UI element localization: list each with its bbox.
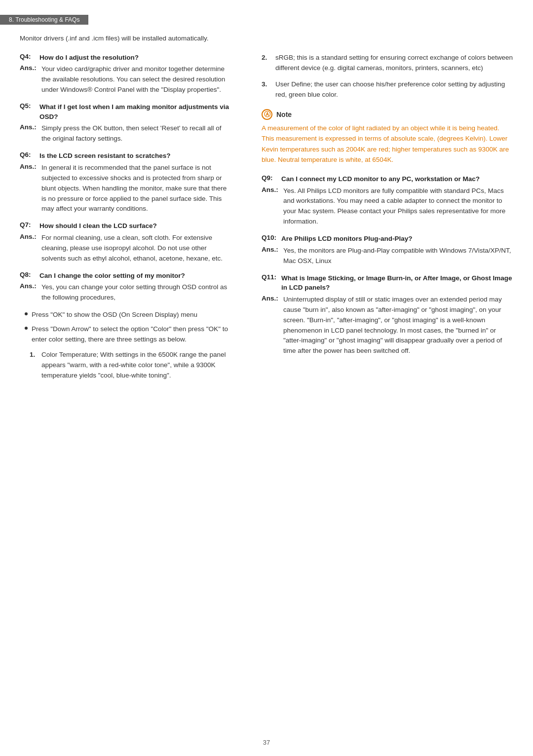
a5-text: Simply press the OK button, then select … [41,123,232,144]
a9-label: Ans.: [262,186,280,193]
qa-block-q10: Q10: Are Philips LCD monitors Plug-and-P… [262,234,513,266]
a6-text: In general it is recommended that the pa… [41,163,232,215]
q4-label: Q4: [20,53,37,60]
a5-label: Ans.: [20,123,38,131]
a8-text: Yes, you can change your color setting t… [41,282,232,303]
section-header: 8. Troubleshooting & FAQs [0,15,88,25]
q6-label: Q6: [20,151,37,158]
note-icon: Ⓐ [262,109,272,120]
numbered-text-1: Color Temperature; With settings in the … [41,350,232,381]
bullet-icon [25,327,28,330]
a8-label: Ans.: [20,282,38,290]
list-item: 3. User Define; the user can choose his/… [262,79,513,100]
num-label-2: 2. [262,53,271,63]
q9-text: Can I connect my LCD monitor to any PC, … [281,174,480,184]
numbered-list: 1. Color Temperature; With settings in t… [20,350,232,381]
q8-label: Q8: [20,271,37,278]
a11-text: Uninterrupted display of still or static… [283,295,513,357]
num-label-1: 1. [30,350,38,360]
bullet-text-2: Press "Down Arrow" to select the option … [32,324,232,345]
q10-label: Q10: [262,234,278,241]
qa-block-q4: Q4: How do I adjust the resolution? Ans.… [20,53,232,95]
q5-text: What if I get lost when I am making moni… [39,102,232,121]
a10-text: Yes, the monitors are Plug-and-Play comp… [283,246,513,266]
numbered-text-3: User Define; the user can choose his/her… [275,79,513,100]
bullet-list: Press "OK" to show the OSD (On Screen Di… [20,310,232,345]
q8-text: Can I change the color setting of my mon… [39,271,185,281]
qa-block-q11: Q11: What is Image Sticking, or Image Bu… [262,273,513,357]
q11-text: What is Image Sticking, or Image Burn-in… [281,273,513,293]
intro-text: Monitor drivers (.inf and .icm files) wi… [0,34,533,44]
list-item: Press "OK" to show the OSD (On Screen Di… [25,310,232,320]
right-column: 2. sRGB; this is a standard setting for … [247,53,533,386]
q7-text: How should I clean the LCD surface? [39,221,157,231]
qa-block-q9: Q9: Can I connect my LCD monitor to any … [262,174,513,227]
a7-text: For normal cleaning, use a clean, soft c… [41,233,232,264]
numbered-text-2: sRGB; this is a standard setting for ens… [275,53,513,74]
qa-block-q6: Q6: Is the LCD screen resistant to scrat… [20,151,232,214]
a10-label: Ans.: [262,246,280,253]
q10-text: Are Philips LCD monitors Plug-and-Play? [281,234,413,244]
bullet-text-1: Press "OK" to show the OSD (On Screen Di… [32,310,197,320]
list-item: Press "Down Arrow" to select the option … [25,324,232,345]
note-text: A measurement of the color of light radi… [262,123,513,165]
a6-label: Ans.: [20,163,38,170]
left-column: Q4: How do I adjust the resolution? Ans.… [0,53,247,386]
num-label-3: 3. [262,79,271,90]
qa-block-q8: Q8: Can I change the color setting of my… [20,271,232,303]
qa-block-q5: Q5: What if I get lost when I am making … [20,102,232,144]
list-item: 2. sRGB; this is a standard setting for … [262,53,513,74]
numbered-list-cont: 2. sRGB; this is a standard setting for … [262,53,513,100]
note-header: Ⓐ Note [262,109,513,120]
a7-label: Ans.: [20,233,38,240]
q7-label: Q7: [20,221,37,228]
note-title: Note [276,111,292,118]
list-item: 1. Color Temperature; With settings in t… [30,350,232,381]
q11-label: Q11: [262,273,278,281]
note-box: Ⓐ Note A measurement of the color of lig… [262,109,513,165]
q9-label: Q9: [262,174,278,182]
a11-label: Ans.: [262,295,280,302]
q4-text: How do I adjust the resolution? [39,53,139,63]
q5-label: Q5: [20,102,37,110]
a4-label: Ans.: [20,64,38,72]
bullet-icon [25,312,28,315]
a9-text: Yes. All Philips LCD monitors are fully … [283,186,513,227]
a4-text: Your video card/graphic driver and monit… [41,64,232,95]
qa-block-q7: Q7: How should I clean the LCD surface? … [20,221,232,264]
page-number: 37 [0,739,533,746]
q6-text: Is the LCD screen resistant to scratches… [39,151,171,161]
